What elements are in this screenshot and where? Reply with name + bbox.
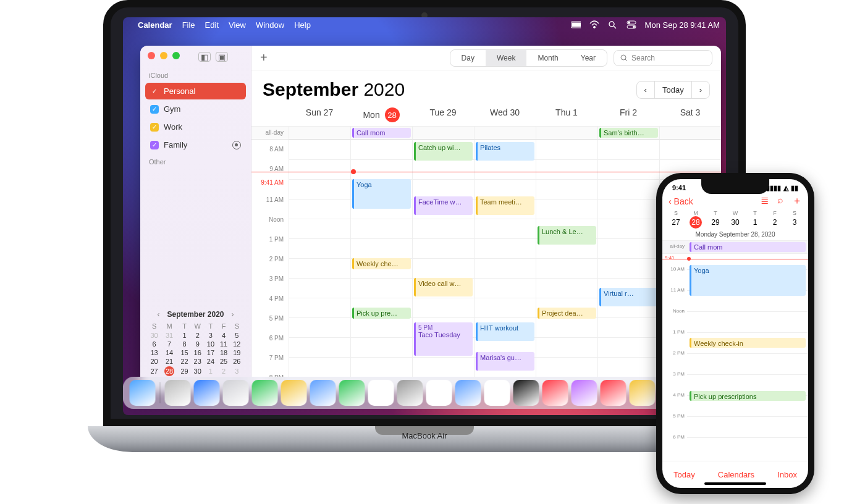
mini-day[interactable]: 30 bbox=[148, 331, 161, 340]
dock-app[interactable] bbox=[310, 380, 336, 406]
event[interactable]: Marisa's gu… bbox=[476, 352, 534, 371]
menu-help[interactable]: Help bbox=[294, 20, 311, 30]
mini-day[interactable]: 30 bbox=[191, 366, 204, 377]
mini-day[interactable]: 7 bbox=[161, 340, 178, 348]
search-icon[interactable]: ⌕ bbox=[777, 195, 783, 208]
mini-day[interactable]: 18 bbox=[217, 348, 230, 357]
tab-today[interactable]: Today bbox=[673, 470, 695, 479]
event[interactable]: Lunch & Le… bbox=[538, 226, 596, 245]
mini-day[interactable]: 15 bbox=[178, 348, 191, 357]
event[interactable]: Yoga bbox=[352, 179, 411, 209]
wifi-icon[interactable] bbox=[589, 20, 599, 29]
day-column[interactable]: Lunch & Le…Project dea… bbox=[536, 140, 597, 392]
spotlight-icon[interactable] bbox=[608, 20, 618, 29]
event[interactable]: Pilates bbox=[476, 142, 534, 161]
mini-day[interactable]: 21 bbox=[161, 357, 178, 366]
day-header[interactable]: Mon 28 bbox=[350, 104, 412, 126]
add-event-button[interactable]: ＋ bbox=[792, 195, 802, 208]
mini-next-icon[interactable]: › bbox=[228, 310, 238, 319]
sidebar-calendar-work[interactable]: ✓Work bbox=[145, 119, 246, 135]
mini-day[interactable]: 6 bbox=[148, 340, 161, 348]
mini-day[interactable]: 29 bbox=[178, 366, 191, 377]
dock-app[interactable] bbox=[281, 380, 307, 406]
mini-day[interactable]: 12 bbox=[230, 340, 243, 348]
day-header[interactable]: Fri 2 bbox=[597, 104, 659, 126]
mini-day[interactable]: 25 bbox=[217, 357, 230, 366]
mini-day[interactable]: 2 bbox=[191, 331, 204, 340]
dock-app[interactable] bbox=[397, 380, 423, 406]
mini-day[interactable]: 17 bbox=[204, 348, 217, 357]
menu-view[interactable]: View bbox=[229, 20, 246, 30]
mini-day[interactable]: 14 bbox=[161, 348, 178, 357]
day-header[interactable]: Wed 30 bbox=[474, 104, 536, 126]
mini-day[interactable]: 24 bbox=[204, 357, 217, 366]
mini-day[interactable]: 19 bbox=[230, 348, 243, 357]
mini-day[interactable]: 27 bbox=[148, 366, 161, 377]
search-field[interactable]: Search bbox=[614, 50, 712, 66]
mini-day[interactable]: 10 bbox=[204, 340, 217, 348]
day-column[interactable] bbox=[289, 140, 350, 392]
mini-day[interactable]: 22 bbox=[178, 357, 191, 366]
day-header[interactable]: Thu 1 bbox=[536, 104, 597, 126]
week-day[interactable]: 2 bbox=[765, 216, 785, 229]
app-name[interactable]: Calendar bbox=[138, 20, 172, 30]
day-header[interactable]: Sat 3 bbox=[659, 104, 721, 126]
prev-week-button[interactable]: ‹ bbox=[637, 82, 654, 98]
event[interactable]: Pick up prescriptions bbox=[690, 391, 806, 401]
view-month[interactable]: Month bbox=[526, 50, 569, 66]
mini-day[interactable]: 26 bbox=[230, 357, 243, 366]
all-day-event[interactable]: Call mom bbox=[352, 128, 411, 138]
mini-day[interactable]: 3 bbox=[230, 366, 243, 377]
view-year[interactable]: Year bbox=[570, 50, 607, 66]
mini-day[interactable]: 1 bbox=[204, 366, 217, 377]
dock-app[interactable] bbox=[484, 380, 510, 406]
week-day[interactable]: 28 bbox=[686, 216, 706, 229]
dock-app[interactable] bbox=[252, 380, 278, 406]
all-day-event[interactable]: Call mom bbox=[690, 242, 806, 252]
dock-app[interactable] bbox=[130, 380, 156, 406]
mini-day[interactable]: 28 bbox=[161, 366, 178, 377]
day-grid[interactable]: 9:41 10 AM11 AMNoon1 PM2 PM3 PM4 PM5 PM6… bbox=[662, 254, 808, 452]
event[interactable]: Team meeti… bbox=[476, 196, 534, 215]
mini-day[interactable]: 9 bbox=[191, 340, 204, 348]
mini-day[interactable]: 13 bbox=[148, 348, 161, 357]
menu-file[interactable]: File bbox=[182, 20, 195, 30]
mini-day[interactable]: 2 bbox=[217, 366, 230, 377]
event[interactable]: 5 PMTaco Tuesday bbox=[414, 322, 473, 356]
sidebar-calendar-personal[interactable]: ✓Personal bbox=[145, 83, 246, 99]
view-week[interactable]: Week bbox=[486, 50, 526, 66]
day-column[interactable]: YogaWeekly che…Pick up pre… bbox=[350, 140, 412, 392]
week-day[interactable]: 27 bbox=[666, 216, 686, 229]
inbox-icon[interactable]: ▣ bbox=[216, 52, 228, 62]
menubar-clock[interactable]: Mon Sep 28 9:41 AM bbox=[645, 20, 720, 30]
event[interactable]: Video call w… bbox=[414, 278, 473, 296]
week-day[interactable]: 29 bbox=[706, 216, 725, 229]
minimize-button[interactable] bbox=[160, 52, 167, 59]
mini-day[interactable]: 11 bbox=[217, 340, 230, 348]
close-button[interactable] bbox=[148, 52, 155, 59]
mini-day[interactable]: 5 bbox=[230, 331, 243, 340]
day-column[interactable]: PilatesTeam meeti…HIIT workoutMarisa's g… bbox=[474, 140, 536, 392]
event[interactable]: Project dea… bbox=[538, 308, 596, 319]
menu-edit[interactable]: Edit bbox=[205, 20, 219, 30]
mini-day[interactable]: 16 bbox=[191, 348, 204, 357]
tab-inbox[interactable]: Inbox bbox=[777, 470, 797, 479]
sidebar-calendar-gym[interactable]: ✓Gym bbox=[145, 101, 246, 117]
event[interactable]: Pick up pre… bbox=[352, 308, 411, 319]
dock-app[interactable] bbox=[542, 380, 568, 406]
add-event-button[interactable]: + bbox=[260, 51, 268, 65]
mini-prev-icon[interactable]: ‹ bbox=[153, 310, 163, 319]
toggle-sidebar-icon[interactable]: ◧ bbox=[198, 52, 211, 62]
dock-app[interactable] bbox=[426, 380, 452, 406]
control-center-icon[interactable] bbox=[627, 20, 636, 29]
week-day[interactable]: 3 bbox=[785, 216, 804, 229]
week-grid[interactable]: 8 AM9 AM9:41 AM11 AMNoon1 PM2 PM3 PM4 PM… bbox=[251, 140, 721, 392]
list-view-icon[interactable]: ≣ bbox=[761, 195, 769, 208]
all-day-event[interactable]: Sam's birth… bbox=[599, 128, 658, 138]
mini-day[interactable]: 4 bbox=[217, 331, 230, 340]
tab-calendars[interactable]: Calendars bbox=[718, 470, 754, 479]
today-button[interactable]: Today bbox=[654, 82, 691, 98]
back-button[interactable]: ‹ Back bbox=[669, 196, 693, 206]
mini-day[interactable]: 23 bbox=[191, 357, 204, 366]
menu-window[interactable]: Window bbox=[256, 20, 284, 30]
